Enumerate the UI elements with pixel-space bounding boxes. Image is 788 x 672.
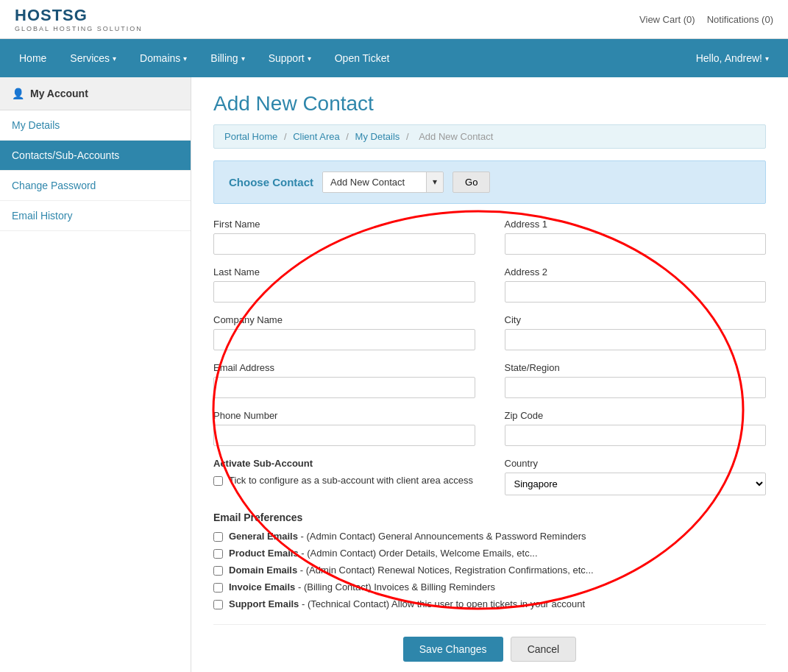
nav-billing[interactable]: Billing ▾	[199, 39, 256, 77]
domains-dropdown-icon: ▾	[183, 54, 187, 63]
user-icon: 👤	[12, 88, 24, 99]
nav-user-menu[interactable]: Hello, Andrew! ▾	[684, 39, 781, 77]
pref-support-checkbox[interactable]	[213, 600, 223, 609]
nav-support[interactable]: Support ▾	[257, 39, 323, 77]
pref-domain-emails: Domain Emails - (Admin Contact) Renewal …	[213, 565, 766, 576]
label-phone: Phone Number	[213, 410, 475, 421]
logo: HOSTSG GLOBAL HOSTING SOLUTION	[15, 6, 143, 32]
email-prefs-title: Email Preferences	[213, 512, 766, 523]
sidebar-item-change-password[interactable]: Change Password	[0, 171, 191, 201]
input-phone[interactable]	[213, 425, 475, 446]
form-group-zip: Zip Code	[505, 410, 767, 446]
services-dropdown-icon: ▾	[113, 54, 116, 63]
pref-support-bold: Support Emails	[229, 598, 299, 609]
breadcrumb-portal-home[interactable]: Portal Home	[224, 131, 277, 142]
input-last-name[interactable]	[213, 281, 475, 303]
page-title: Add New Contact	[213, 92, 766, 116]
sub-account-title: Activate Sub-Account	[213, 458, 475, 469]
pref-support-emails: Support Emails - (Technical Contact) All…	[213, 598, 766, 609]
support-dropdown-icon: ▾	[308, 54, 311, 63]
pref-invoice-checkbox[interactable]	[213, 583, 223, 593]
label-city: City	[505, 314, 767, 325]
breadcrumb-sep-3: /	[406, 131, 409, 142]
choose-contact-label: Choose Contact	[229, 176, 313, 188]
input-email[interactable]	[213, 377, 475, 398]
form-group-company-name: Company Name	[213, 314, 475, 350]
pref-domain-checkbox[interactable]	[213, 566, 223, 576]
input-first-name[interactable]	[213, 233, 475, 255]
pref-invoice-bold: Invoice Emails	[229, 581, 295, 593]
pref-general-emails: General Emails - (Admin Contact) General…	[213, 531, 766, 542]
pref-general-text: General Emails - (Admin Contact) General…	[229, 531, 586, 542]
save-button[interactable]: Save Changes	[403, 637, 503, 662]
user-greeting: Hello, Andrew!	[696, 52, 762, 64]
label-first-name: First Name	[213, 219, 475, 230]
nav-bar: Home Services ▾ Domains ▾ Billing ▾ Supp…	[0, 39, 788, 77]
pref-invoice-text: Invoice Emails - (Billing Contact) Invoi…	[229, 581, 495, 593]
brand-name: HOSTSG	[15, 6, 143, 25]
breadcrumb-my-details[interactable]: My Details	[355, 131, 400, 142]
billing-dropdown-icon: ▾	[241, 54, 245, 63]
label-last-name: Last Name	[213, 266, 475, 277]
pref-product-emails: Product Emails - (Admin Contact) Order D…	[213, 548, 766, 559]
pref-product-bold: Product Emails	[229, 548, 299, 559]
sub-account-checkbox-text: Tick to configure as a sub-account with …	[229, 475, 473, 486]
breadcrumb: Portal Home / Client Area / My Details /…	[213, 124, 766, 149]
input-company-name[interactable]	[213, 329, 475, 350]
form-group-last-name: Last Name	[213, 266, 475, 303]
sub-account-checkbox-label[interactable]: Tick to configure as a sub-account with …	[213, 475, 475, 486]
input-country[interactable]: Singapore Malaysia United States United …	[505, 473, 767, 495]
nav-home[interactable]: Home	[7, 39, 58, 77]
user-dropdown-icon: ▾	[765, 54, 769, 63]
contact-select-wrapper: Add New Contact ▾	[322, 171, 444, 193]
form-group-address2: Address 2	[505, 266, 767, 303]
pref-domain-text: Domain Emails - (Admin Contact) Renewal …	[229, 565, 594, 576]
go-button[interactable]: Go	[452, 171, 490, 193]
form-group-first-name: First Name	[213, 219, 475, 255]
form-container-outer: First Name Last Name Company Name E	[213, 219, 766, 662]
contact-select-dropdown-btn[interactable]: ▾	[426, 172, 443, 192]
sidebar-item-email-history[interactable]: Email History	[0, 201, 191, 231]
input-address1[interactable]	[505, 233, 767, 255]
input-address2[interactable]	[505, 281, 767, 303]
nav-services[interactable]: Services ▾	[58, 39, 128, 77]
pref-general-checkbox[interactable]	[213, 532, 223, 542]
nav-open-ticket[interactable]: Open Ticket	[323, 39, 402, 77]
cart-link[interactable]: View Cart (0)	[639, 14, 695, 25]
brand-tagline: GLOBAL HOSTING SOLUTION	[15, 25, 143, 32]
sidebar-item-contacts[interactable]: Contacts/Sub-Accounts	[0, 141, 191, 171]
form-right-column: Address 1 Address 2 City State/Regi	[505, 219, 767, 507]
sidebar-item-my-details[interactable]: My Details	[0, 110, 191, 141]
contact-select-value: Add New Contact	[323, 172, 426, 192]
label-email: Email Address	[213, 362, 475, 373]
input-zip[interactable]	[505, 425, 767, 446]
breadcrumb-current: Add New Contact	[419, 131, 493, 142]
pref-support-text: Support Emails - (Technical Contact) All…	[229, 598, 585, 609]
sub-account-checkbox[interactable]	[213, 476, 223, 486]
breadcrumb-sep-1: /	[284, 131, 287, 142]
cancel-button[interactable]: Cancel	[511, 637, 577, 662]
pref-domain-bold: Domain Emails	[229, 565, 297, 576]
form-left-column: First Name Last Name Company Name E	[213, 219, 475, 507]
label-address2: Address 2	[505, 266, 767, 277]
content-area: Add New Contact Portal Home / Client Are…	[191, 77, 788, 672]
form-group-city: City	[505, 314, 767, 350]
breadcrumb-client-area[interactable]: Client Area	[293, 131, 340, 142]
main-layout: 👤 My Account My Details Contacts/Sub-Acc…	[0, 77, 788, 672]
form-grid: First Name Last Name Company Name E	[213, 219, 766, 507]
pref-product-checkbox[interactable]	[213, 549, 223, 559]
label-country: Country	[505, 458, 767, 469]
form-group-state: State/Region	[505, 362, 767, 398]
input-state[interactable]	[505, 377, 767, 398]
sub-account-section: Activate Sub-Account Tick to configure a…	[213, 458, 475, 486]
pref-invoice-emails: Invoice Emails - (Billing Contact) Invoi…	[213, 581, 766, 593]
choose-contact-bar: Choose Contact Add New Contact ▾ Go	[213, 160, 766, 204]
input-city[interactable]	[505, 329, 767, 350]
top-bar: HOSTSG GLOBAL HOSTING SOLUTION View Cart…	[0, 0, 788, 39]
action-buttons: Save Changes Cancel	[213, 624, 766, 662]
nav-domains[interactable]: Domains ▾	[128, 39, 199, 77]
top-right-links: View Cart (0) Notifications (0)	[639, 14, 773, 25]
sidebar-title: My Account	[30, 88, 88, 99]
notifications-link[interactable]: Notifications (0)	[707, 14, 773, 25]
sidebar: 👤 My Account My Details Contacts/Sub-Acc…	[0, 77, 191, 672]
